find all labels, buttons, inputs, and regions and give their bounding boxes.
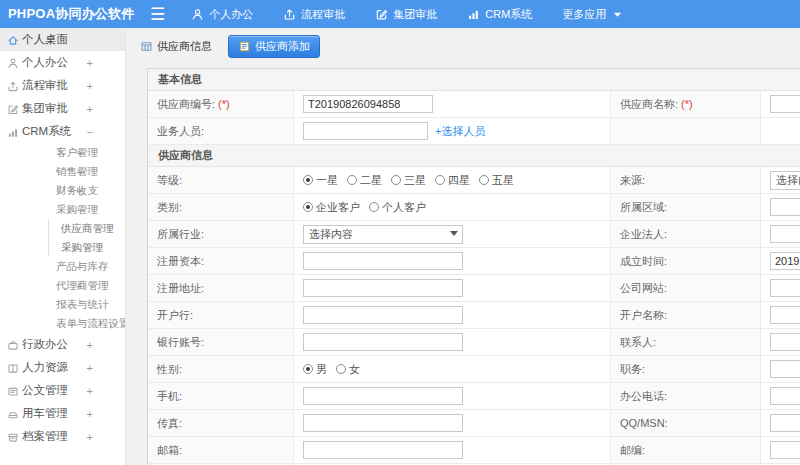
radio-option[interactable]: 二星 bbox=[347, 173, 382, 188]
text-input[interactable] bbox=[770, 198, 800, 216]
select-box[interactable]: 选择内容 bbox=[770, 171, 800, 190]
field-label: 联系人: bbox=[620, 335, 656, 350]
field-label: 供应商名称: bbox=[620, 97, 678, 112]
sidebar-item[interactable]: 公文管理+ bbox=[0, 379, 125, 402]
select-box[interactable]: 选择内容 bbox=[303, 225, 463, 244]
expand-toggle[interactable]: − bbox=[87, 126, 93, 138]
text-input[interactable] bbox=[770, 414, 800, 432]
sidebar-item[interactable]: 行政办公+ bbox=[0, 333, 125, 356]
radio-icon[interactable] bbox=[303, 202, 313, 212]
text-input[interactable] bbox=[303, 387, 463, 405]
sidebar-item[interactable]: 集团审批+ bbox=[0, 97, 125, 120]
sidebar-item[interactable]: CRM系统− bbox=[0, 120, 125, 143]
expand-toggle[interactable]: + bbox=[77, 261, 83, 273]
choose-person-link[interactable]: +选择人员 bbox=[435, 124, 485, 139]
field-label: QQ/MSN: bbox=[620, 417, 668, 429]
text-input[interactable] bbox=[770, 441, 800, 459]
radio-icon[interactable] bbox=[369, 202, 379, 212]
sidebar-item[interactable]: 报表与统计 bbox=[0, 295, 125, 314]
user-icon bbox=[7, 57, 19, 69]
text-input[interactable] bbox=[303, 95, 433, 113]
text-input[interactable] bbox=[770, 252, 800, 270]
field-label: 开户行: bbox=[157, 308, 193, 323]
radio-option[interactable]: 企业客户 bbox=[303, 200, 360, 215]
sidebar-item[interactable]: 销售管理+ bbox=[0, 162, 125, 181]
field-label-cell: 注册资本: bbox=[148, 248, 294, 274]
text-input[interactable] bbox=[303, 252, 463, 270]
expand-toggle[interactable]: + bbox=[77, 185, 83, 197]
expand-toggle[interactable]: + bbox=[77, 280, 83, 292]
text-input[interactable] bbox=[303, 122, 428, 140]
text-input[interactable] bbox=[770, 225, 800, 243]
sidebar-item[interactable]: 代理商管理+ bbox=[0, 276, 125, 295]
radio-option[interactable]: 男 bbox=[303, 362, 327, 377]
nav-item-1[interactable]: 个人办公 bbox=[191, 7, 253, 22]
sidebar-item[interactable]: 客户管理+ bbox=[0, 143, 125, 162]
text-input[interactable] bbox=[303, 279, 463, 297]
text-input[interactable] bbox=[303, 441, 463, 459]
text-input[interactable] bbox=[770, 279, 800, 297]
select-value: 选择内容 bbox=[309, 227, 353, 242]
text-input[interactable] bbox=[303, 333, 463, 351]
form-row: 供应商编号:(*)供应商名称:(*) bbox=[148, 91, 800, 118]
sidebar-item[interactable]: 档案管理+ bbox=[0, 425, 125, 448]
sidebar-item[interactable]: 财务收支+ bbox=[0, 181, 125, 200]
field-value-cell: 选择内容 bbox=[761, 167, 800, 193]
menu-icon[interactable]: ☰ bbox=[150, 6, 165, 23]
radio-option[interactable]: 三星 bbox=[391, 173, 426, 188]
radio-icon[interactable] bbox=[479, 175, 489, 185]
sidebar-item[interactable]: 采购管理− bbox=[0, 200, 125, 219]
text-input[interactable] bbox=[303, 414, 463, 432]
expand-toggle[interactable]: + bbox=[87, 431, 93, 443]
expand-toggle[interactable]: + bbox=[87, 385, 93, 397]
expand-toggle[interactable]: + bbox=[87, 408, 93, 420]
radio-option[interactable]: 女 bbox=[336, 362, 360, 377]
radio-icon[interactable] bbox=[336, 364, 346, 374]
main-area: 供应商信息供应商添加 基本信息供应商编号:(*)供应商名称:(*)业务人员:+选… bbox=[126, 28, 800, 465]
text-input[interactable] bbox=[770, 333, 800, 351]
radio-option[interactable]: 个人客户 bbox=[369, 200, 426, 215]
radio-icon[interactable] bbox=[391, 175, 401, 185]
nav-item-2[interactable]: 流程审批 bbox=[283, 7, 345, 22]
field-value-cell bbox=[761, 248, 800, 274]
expand-toggle[interactable]: + bbox=[87, 339, 93, 351]
expand-toggle[interactable]: + bbox=[77, 147, 83, 159]
field-value-cell bbox=[761, 91, 800, 117]
text-input[interactable] bbox=[303, 306, 463, 324]
text-input[interactable] bbox=[770, 95, 800, 113]
nav-item-3[interactable]: 集团审批 bbox=[375, 7, 437, 22]
tab-1[interactable]: 供应商信息 bbox=[134, 36, 218, 57]
text-input[interactable] bbox=[770, 306, 800, 324]
text-input[interactable] bbox=[770, 360, 800, 378]
text-input[interactable] bbox=[770, 387, 800, 405]
expand-toggle[interactable]: + bbox=[77, 166, 83, 178]
sidebar-item[interactable]: 表单与流程设置+ bbox=[0, 314, 125, 333]
edit-icon bbox=[7, 103, 19, 115]
expand-toggle[interactable]: + bbox=[87, 80, 93, 92]
sidebar-item[interactable]: 个人办公+ bbox=[0, 51, 125, 74]
sidebar-item[interactable]: 流程审批+ bbox=[0, 74, 125, 97]
sidebar-item[interactable]: 用车管理+ bbox=[0, 402, 125, 425]
sidebar-item[interactable]: 个人桌面 bbox=[0, 28, 125, 51]
radio-icon[interactable] bbox=[303, 364, 313, 374]
expand-toggle[interactable]: + bbox=[87, 362, 93, 374]
radio-icon[interactable] bbox=[347, 175, 357, 185]
sidebar-item[interactable]: 人力资源+ bbox=[0, 356, 125, 379]
radio-option[interactable]: 一星 bbox=[303, 173, 338, 188]
expand-toggle[interactable]: + bbox=[87, 57, 93, 69]
expand-toggle[interactable]: + bbox=[87, 103, 93, 115]
nav-item-label: 集团审批 bbox=[393, 7, 437, 22]
field-value-cell bbox=[761, 383, 800, 409]
field-label: 公司网站: bbox=[620, 281, 667, 296]
tab-2[interactable]: 供应商添加 bbox=[228, 35, 320, 58]
expand-toggle[interactable]: − bbox=[77, 204, 83, 216]
sidebar-item[interactable]: 产品与库存+ bbox=[0, 257, 125, 276]
nav-item-4[interactable]: CRM系统 bbox=[467, 7, 532, 22]
radio-option[interactable]: 五星 bbox=[479, 173, 514, 188]
radio-icon[interactable] bbox=[435, 175, 445, 185]
radio-icon[interactable] bbox=[303, 175, 313, 185]
radio-option[interactable]: 四星 bbox=[435, 173, 470, 188]
sidebar-item[interactable]: 采购管理 bbox=[0, 238, 125, 257]
sidebar-item[interactable]: 供应商管理 bbox=[0, 219, 125, 238]
nav-item-5[interactable]: 更多应用 bbox=[562, 7, 624, 22]
